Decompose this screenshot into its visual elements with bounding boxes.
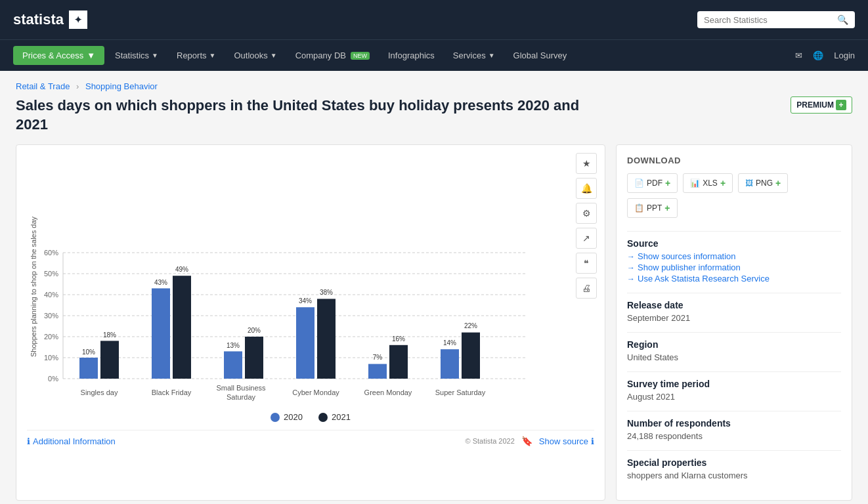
info-icon: ℹ	[27, 436, 30, 446]
png-icon: 🖼	[745, 178, 753, 188]
respondents-label: Number of respondents	[627, 418, 841, 429]
png-plus: +	[775, 178, 781, 188]
chart-actions: ★ 🔔 ⚙ ↗ ❝ 🖨	[576, 153, 597, 299]
search-icon: 🔍	[837, 14, 848, 25]
survey-period-section: Survey time period August 2021	[627, 379, 841, 402]
svg-text:34%: 34%	[299, 297, 312, 304]
main-content: ★ 🔔 ⚙ ↗ ❝ 🖨 Shoppers planning to shop on…	[0, 144, 868, 504]
breadcrumb-retail[interactable]: Retail & Trade	[16, 81, 70, 91]
legend-label-2021: 2021	[332, 412, 351, 422]
svg-text:Shoppers planning to shop on t: Shoppers planning to shop on the sales d…	[30, 217, 37, 358]
premium-badge[interactable]: PREMIUM +	[791, 96, 852, 114]
legend-2021: 2021	[318, 412, 351, 422]
page-title: Sales days on which shoppers in the Unit…	[16, 96, 607, 134]
svg-text:10%: 10%	[82, 348, 95, 356]
ppt-download-button[interactable]: 📋 PPT +	[627, 198, 678, 218]
release-date-section: Release date September 2021	[627, 300, 841, 323]
logo-icon: ✦	[69, 10, 87, 29]
chart-svg: Shoppers planning to shop on the sales d…	[27, 156, 539, 405]
globe-icon[interactable]: 🌐	[813, 51, 823, 60]
download-title: DOWNLOAD	[627, 156, 841, 165]
bar-singles-2020	[79, 358, 98, 379]
chart-svg-container: Shoppers planning to shop on the sales d…	[27, 156, 594, 407]
share-button[interactable]: ↗	[576, 228, 597, 249]
svg-text:14%: 14%	[443, 339, 456, 346]
show-source-link[interactable]: Show source ℹ	[539, 436, 594, 446]
info-circle-icon: ℹ	[591, 436, 594, 446]
bar-cyber-2020	[296, 307, 315, 379]
svg-text:18%: 18%	[103, 331, 116, 339]
search-input[interactable]	[704, 15, 837, 25]
svg-text:43%: 43%	[154, 279, 167, 286]
outlooks-arrow: ▼	[271, 52, 277, 59]
statistics-arrow: ▼	[152, 52, 158, 59]
survey-period-value: August 2021	[627, 392, 841, 402]
reports-nav-item[interactable]: Reports ▼	[169, 46, 223, 65]
pdf-plus: +	[665, 178, 670, 188]
respondents-value: 24,188 respondents	[627, 431, 841, 441]
release-date-label: Release date	[627, 300, 841, 310]
show-publisher-link[interactable]: → Show publisher information	[627, 262, 841, 272]
outlooks-nav-item[interactable]: Outlooks ▼	[226, 46, 284, 65]
xls-icon: 📊	[690, 178, 700, 188]
svg-text:Super Saturday: Super Saturday	[435, 388, 486, 396]
company-db-nav-item[interactable]: Company DB NEW	[288, 46, 378, 65]
bar-blackfriday-2021	[173, 276, 191, 379]
bookmark-icon: 🔖	[521, 436, 532, 446]
breadcrumb-shopping[interactable]: Shopping Behavior	[85, 81, 158, 91]
svg-text:49%: 49%	[175, 266, 188, 273]
special-properties-section: Special properties shoppers and Klarna c…	[627, 457, 841, 480]
arrow-icon-sources: →	[627, 252, 635, 261]
svg-text:50%: 50%	[44, 270, 58, 278]
pdf-download-button[interactable]: 📄 PDF +	[627, 173, 678, 193]
logo[interactable]: statista ✦	[13, 10, 87, 29]
prices-access-arrow: ▼	[87, 51, 95, 60]
svg-text:7%: 7%	[373, 354, 383, 361]
svg-text:Saturday: Saturday	[227, 393, 256, 401]
xls-download-button[interactable]: 📊 XLS +	[683, 173, 733, 193]
bar-smallbiz-2021	[245, 337, 263, 379]
bar-green-2021	[389, 345, 408, 379]
svg-text:10%: 10%	[44, 354, 58, 362]
svg-text:40%: 40%	[44, 291, 58, 299]
xls-plus: +	[720, 178, 726, 188]
cite-button[interactable]: ❝	[576, 253, 597, 274]
favorite-button[interactable]: ★	[576, 153, 597, 174]
global-survey-nav-item[interactable]: Global Survey	[506, 46, 575, 65]
svg-text:30%: 30%	[44, 312, 58, 320]
login-link[interactable]: Login	[834, 51, 855, 60]
prices-access-button[interactable]: Prices & Access ▼	[13, 46, 104, 65]
png-download-button[interactable]: 🖼 PNG +	[738, 173, 788, 193]
svg-text:Cyber Monday: Cyber Monday	[292, 388, 339, 396]
legend-2020: 2020	[271, 412, 303, 422]
svg-text:Green Monday: Green Monday	[364, 388, 412, 396]
arrow-icon-ask: →	[627, 274, 635, 284]
print-button[interactable]: 🖨	[576, 278, 597, 299]
region-value: United States	[627, 352, 841, 362]
breadcrumb: Retail & Trade › Shopping Behavior	[0, 71, 868, 94]
bar-blackfriday-2020	[152, 289, 170, 379]
statistics-nav-item[interactable]: Statistics ▼	[107, 46, 166, 65]
bar-super-2020	[441, 349, 459, 379]
svg-text:60%: 60%	[44, 249, 58, 257]
page-title-row: Sales days on which shoppers in the Unit…	[0, 94, 868, 144]
release-date-value: September 2021	[627, 313, 841, 323]
chart-copyright: © Statista 2022	[465, 437, 514, 445]
bar-smallbiz-2020	[224, 352, 242, 379]
infographics-nav-item[interactable]: Infographics	[380, 46, 443, 65]
svg-text:22%: 22%	[464, 322, 477, 329]
mail-icon[interactable]: ✉	[795, 51, 802, 60]
download-buttons: 📄 PDF + 📊 XLS + 🖼 PNG + 📋 PPT +	[627, 173, 841, 218]
additional-info-link[interactable]: ℹ Additional Information	[27, 436, 116, 446]
services-nav-item[interactable]: Services ▼	[445, 46, 503, 65]
right-panel: DOWNLOAD 📄 PDF + 📊 XLS + 🖼 PNG + 📋 PPT +	[616, 144, 852, 501]
chart-area: ★ 🔔 ⚙ ↗ ❝ 🖨 Shoppers planning to shop on…	[16, 144, 605, 501]
premium-label: PREMIUM	[796, 100, 834, 110]
search-bar[interactable]: 🔍	[697, 11, 855, 28]
svg-text:Singles day: Singles day	[81, 388, 118, 396]
alert-button[interactable]: 🔔	[576, 178, 597, 199]
ask-statista-link[interactable]: → Use Ask Statista Research Service	[627, 274, 841, 284]
show-sources-link[interactable]: → Show sources information	[627, 251, 841, 261]
settings-button[interactable]: ⚙	[576, 203, 597, 224]
legend-dot-2020	[271, 413, 280, 422]
